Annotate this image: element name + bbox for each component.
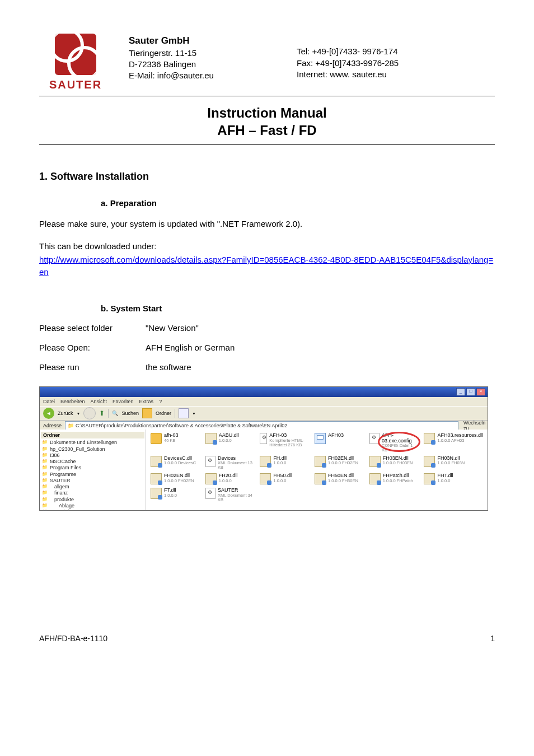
file-item[interactable]: FH02EN.dll1.0.0.0 FH02EN — [151, 473, 201, 484]
file-item[interactable]: FH50EN.dll1.0.0.0 FH50EN — [315, 473, 365, 484]
document-title: Instruction Manual AFH – Fast / FD — [39, 104, 495, 145]
file-meta: 1.0.0.0 FH50EN — [328, 479, 358, 483]
views-icon[interactable] — [179, 408, 189, 418]
back-icon[interactable]: ◄ — [43, 408, 54, 419]
cfg-icon — [205, 488, 216, 499]
dll-icon — [151, 473, 162, 484]
folder-icon — [151, 433, 162, 444]
dll-icon — [424, 473, 435, 484]
cfg-icon — [205, 456, 216, 467]
minimize-icon[interactable]: _ — [456, 388, 465, 396]
dll-icon — [315, 473, 326, 484]
window-titlebar: _ □ × — [40, 387, 488, 397]
footer-doc-id: AFH/FD-BA-e-1110 — [39, 634, 107, 643]
contact-web: Internet: www. sauter.eu — [297, 69, 495, 80]
file-item[interactable]: FH03N.dll1.0.0.0 FH03N — [424, 456, 483, 470]
file-item[interactable]: FH50.dll1.0.0.0 — [260, 473, 310, 484]
menu-item[interactable]: Ansicht — [91, 399, 107, 404]
tree-item[interactable]: Dokumente und Einstellungen — [44, 440, 144, 446]
folder-icon: 📁 — [68, 423, 74, 428]
file-meta: 1.0.0.0 FH03N — [437, 461, 465, 465]
address-value: C:\SAUTER\produkte\Produktionspartner\So… — [76, 423, 287, 428]
tree-item[interactable]: Program Files — [44, 465, 144, 471]
tree-item[interactable]: Ablage — [44, 503, 144, 509]
file-item[interactable]: FHT.dll1.0.0.0 — [424, 473, 483, 484]
file-meta: 1.0.0.0 FH02EN — [164, 479, 194, 483]
file-item[interactable]: AFH03.resources.dll1.0.0.0 AFH03 — [424, 433, 483, 452]
search-label[interactable]: Suchen — [121, 410, 139, 416]
search-icon[interactable]: 🔍 — [112, 410, 118, 416]
maximize-icon[interactable]: □ — [466, 388, 475, 396]
file-meta: XML Dokument 13 KB — [218, 461, 255, 470]
file-item[interactable]: DevicesC.dll1.0.0.0 DevicesC — [151, 456, 201, 470]
instruction-value: "New Version" — [146, 323, 495, 333]
instruction-key: Please select folder — [39, 323, 146, 333]
menu-item[interactable]: Datei — [43, 399, 55, 404]
file-item[interactable]: AFH-03.exe.configCONFIG-Datei 1 KB — [369, 433, 420, 452]
file-item[interactable]: DevicesXML Dokument 13 KB — [205, 456, 256, 470]
menu-item[interactable]: Extras — [139, 399, 154, 404]
tree-item[interactable]: Programme — [44, 472, 144, 478]
tree-item[interactable]: SAUTER — [44, 478, 144, 484]
window-title-text — [42, 389, 44, 395]
address-label: Adresse — [43, 423, 62, 428]
folders-icon[interactable] — [142, 408, 152, 418]
tree-item[interactable]: produkte — [44, 497, 144, 503]
file-item[interactable]: FH.dll1.0.0.0 — [260, 456, 310, 470]
file-meta: Kompilierte HTML-Hilfedatei 276 KB — [269, 438, 310, 447]
tree-item[interactable]: allgem — [44, 484, 144, 490]
up-icon[interactable]: ⬆ — [99, 409, 105, 417]
file-meta: 1.0.0.0 — [219, 438, 239, 443]
back-label[interactable]: Zurück — [58, 410, 73, 416]
close-icon[interactable]: × — [476, 388, 485, 396]
file-item[interactable]: AFH-03Kompilierte HTML-Hilfedatei 276 KB — [260, 433, 310, 452]
dll-icon — [369, 473, 381, 484]
file-meta: 1.0.0.0 — [273, 479, 292, 483]
instruction-key: Please Open: — [39, 343, 146, 352]
instruction-value: AFH English or German — [146, 343, 495, 352]
back-dropdown-icon[interactable]: ▼ — [77, 412, 81, 416]
instruction-row: Please run the software — [39, 362, 495, 372]
file-meta: 1.0.0.0 — [437, 479, 453, 483]
download-link[interactable]: http://www.microsoft.com/downloads/detai… — [39, 255, 493, 277]
file-item[interactable]: FH02EN.dll1.0.0.0 FH02EN — [315, 456, 365, 470]
file-item[interactable]: FH03EN.dll1.0.0.0 FH03EN — [369, 456, 420, 470]
menu-item[interactable]: Favoriten — [113, 399, 134, 404]
file-item[interactable]: AFH03 — [315, 433, 365, 452]
file-item[interactable]: AABU.dll1.0.0.0 — [205, 433, 256, 452]
file-item[interactable]: FT.dll1.0.0.0 — [151, 488, 201, 502]
folders-label[interactable]: Ordner — [156, 410, 171, 416]
addr-line: D-72336 Balingen — [129, 59, 263, 70]
dll-icon — [260, 473, 271, 484]
section-heading: 1. Software Installation — [39, 171, 495, 183]
addr-line: Tieringerstr. 11-15 — [129, 48, 263, 59]
tree-item[interactable]: MSOCache — [44, 459, 144, 465]
tree-item[interactable]: finanz — [44, 490, 144, 496]
file-meta: XML Dokument 34 KB — [218, 493, 255, 502]
toolbar: ◄ Zurück ▼ ⬆ 🔍 Suchen Ordner ▼ — [40, 406, 488, 421]
dll-icon — [424, 456, 435, 467]
contact-tel: Tel: +49-[0]7433- 9976-174 — [297, 46, 495, 57]
dll-icon — [205, 433, 217, 444]
file-item[interactable]: FH20.dll1.0.0.0 — [205, 473, 256, 484]
file-meta: 1.0.0.0 DevicesC — [164, 461, 196, 465]
logo-block: SAUTER — [39, 34, 112, 91]
address-field[interactable]: 📁C:\SAUTER\produkte\Produktionspartner\S… — [65, 421, 458, 430]
paragraph: This can be downloaded under: — [39, 240, 495, 253]
file-meta: 1.0.0.0 FHPatch — [383, 479, 413, 483]
menu-item[interactable]: ? — [159, 399, 162, 404]
views-dropdown-icon[interactable]: ▼ — [192, 412, 196, 416]
file-item[interactable]: SAUTERXML Dokument 34 KB — [205, 488, 256, 502]
menu-bar: Datei Bearbeiten Ansicht Favoriten Extra… — [40, 397, 488, 406]
file-item[interactable]: afh-0346 KB — [151, 433, 201, 452]
menu-item[interactable]: Bearbeiten — [60, 399, 85, 404]
subheading-b: b. System Start — [101, 304, 495, 313]
file-item[interactable]: FHPatch.dll1.0.0.0 FHPatch — [369, 473, 420, 484]
tree-item[interactable]: I386 — [44, 452, 144, 459]
tree-item[interactable]: Briefe — [44, 509, 144, 510]
tree-item[interactable]: hp_C2300_Full_Solution — [44, 446, 144, 452]
forward-icon[interactable] — [83, 407, 96, 419]
instruction-row: Please select folder "New Version" — [39, 323, 495, 333]
file-meta: 1.0.0.0 AFH03 — [437, 438, 483, 443]
exe-icon — [315, 433, 326, 444]
